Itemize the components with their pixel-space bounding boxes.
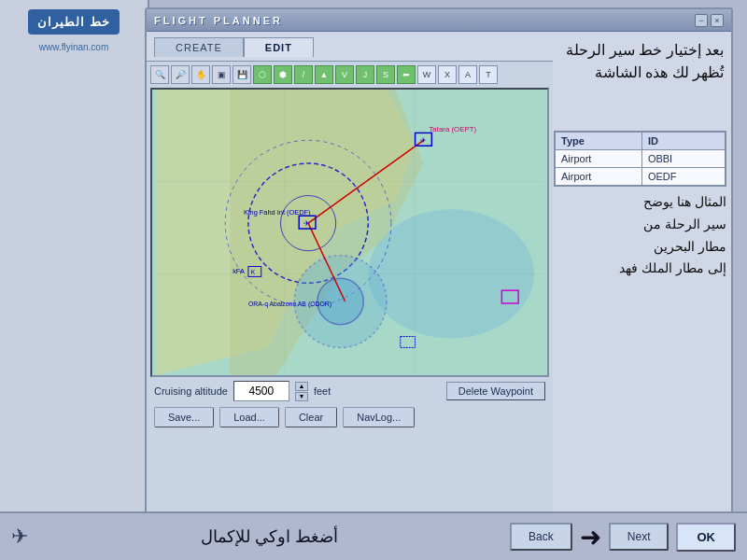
- logo-sub: www.flyinan.com: [39, 42, 108, 52]
- save-button[interactable]: Save...: [154, 407, 214, 427]
- logo-sidebar: خط الطيران www.flyinan.com: [0, 0, 149, 560]
- navlog-button[interactable]: NavLog...: [343, 407, 415, 427]
- back-button[interactable]: Back: [510, 523, 572, 551]
- svg-text:✈: ✈: [303, 219, 310, 228]
- arabic-desc-line2: سير الرحلة من: [554, 214, 726, 236]
- info-table: Type ID Airport OBBI Airport OEDF: [554, 131, 726, 187]
- arrow-icon: ➜: [580, 522, 601, 553]
- clear-button[interactable]: Clear: [285, 407, 337, 427]
- action-row: Save... Load... Clear NavLog...: [154, 407, 545, 427]
- tool-green8[interactable]: ⬅: [397, 65, 416, 84]
- next-button[interactable]: Next: [609, 523, 669, 551]
- toolbar: 🔍 🔎 ✋ ▣ 💾 ⬡ ⬢ / ▲ V J S ⬅ W X A T: [150, 65, 549, 84]
- altitude-spinners: ▲ ▼: [295, 382, 308, 401]
- tool-green6[interactable]: J: [356, 65, 374, 84]
- logo-box: خط الطيران: [28, 9, 120, 35]
- arabic-header: بعد إختيار خط سير الرحلة تُظهر لك هذه ال…: [557, 39, 724, 84]
- save-map-btn[interactable]: 💾: [233, 65, 251, 84]
- load-button[interactable]: Load...: [219, 407, 279, 427]
- window-title: FLIGHT PLANNER: [154, 15, 283, 26]
- title-bar: FLIGHT PLANNER − ×: [147, 9, 731, 32]
- tool-green7[interactable]: S: [376, 65, 395, 84]
- altitude-up[interactable]: ▲: [295, 382, 308, 391]
- altitude-label: Cruising altitude: [154, 385, 228, 397]
- tool-a[interactable]: A: [458, 65, 477, 84]
- row2-id: OEDF: [641, 168, 725, 186]
- altitude-input[interactable]: [233, 381, 289, 401]
- ok-button[interactable]: OK: [676, 523, 736, 552]
- svg-text:ORA-q Abalzone AB (ODOR): ORA-q Abalzone AB (ODOR): [248, 301, 331, 308]
- map-area[interactable]: ✈ ✈ K Tatara (OEPT) King Fahd Int (OEDF)…: [150, 88, 549, 377]
- altitude-down[interactable]: ▼: [295, 392, 308, 401]
- close-button[interactable]: ×: [711, 14, 724, 27]
- logo-arabic: خط الطيران: [37, 15, 110, 29]
- col-id: ID: [641, 133, 725, 150]
- tool-t[interactable]: T: [479, 65, 498, 84]
- main-window: FLIGHT PLANNER − × بعد إختيار خط سير الر…: [145, 7, 733, 521]
- arabic-line2: تُظهر لك هذه الشاشة: [557, 62, 724, 84]
- table-row: Airport OBBI: [556, 150, 726, 168]
- altitude-row: Cruising altitude ▲ ▼ feet Delete Waypoi…: [154, 381, 545, 401]
- col-type: Type: [556, 133, 642, 150]
- arabic-desc-panel: المثال هنا يوضح سير الرحلة من مطار البحر…: [554, 191, 726, 280]
- tab-edit[interactable]: EDIT: [244, 37, 314, 57]
- tool-x[interactable]: X: [438, 65, 457, 84]
- arabic-desc-line4: إلى مطار الملك فهد: [554, 258, 726, 280]
- altitude-unit: feet: [314, 385, 331, 397]
- table-row: Airport OEDF: [556, 168, 726, 186]
- tool-green5[interactable]: V: [335, 65, 354, 84]
- svg-text:Tatara (OEPT): Tatara (OEPT): [429, 125, 476, 133]
- tab-bar: CREATE EDIT: [147, 32, 553, 57]
- tab-create[interactable]: CREATE: [154, 37, 244, 57]
- tool-w[interactable]: W: [417, 65, 436, 84]
- minimize-button[interactable]: −: [695, 14, 708, 27]
- window-controls: − ×: [695, 14, 724, 27]
- bottom-bar: ✈ أضغط اوكي للإكمال Back ➜ Next OK: [0, 511, 747, 560]
- content-area: 🔍 🔎 ✋ ▣ 💾 ⬡ ⬢ / ▲ V J S ⬅ W X A T: [147, 61, 553, 519]
- arabic-line1: بعد إختيار خط سير الرحلة: [557, 39, 724, 62]
- svg-text:kFA: kFA: [233, 267, 245, 275]
- row1-type: Airport: [556, 150, 642, 168]
- arabic-desc-line1: المثال هنا يوضح: [554, 191, 726, 214]
- tool-green3[interactable]: /: [294, 65, 313, 84]
- bottom-controls: Cruising altitude ▲ ▼ feet Delete Waypoi…: [150, 377, 549, 427]
- svg-text:K: K: [251, 269, 256, 275]
- row1-id: OBBI: [641, 150, 725, 168]
- zoom-in-btn[interactable]: 🔍: [150, 65, 169, 84]
- zoom-out-btn[interactable]: 🔎: [171, 65, 190, 84]
- svg-text:✈: ✈: [420, 136, 427, 145]
- bottom-icon: ✈: [11, 525, 28, 549]
- map-btn[interactable]: ▣: [212, 65, 231, 84]
- arabic-header-panel: بعد إختيار خط سير الرحلة تُظهر لك هذه ال…: [549, 32, 731, 101]
- row2-type: Airport: [556, 168, 642, 186]
- tool-green4[interactable]: ▲: [315, 65, 333, 84]
- tool-green2[interactable]: ⬢: [274, 65, 292, 84]
- pan-btn[interactable]: ✋: [191, 65, 210, 84]
- bottom-arabic-text: أضغط اوكي للإكمال: [201, 526, 338, 547]
- tool-green1[interactable]: ⬡: [253, 65, 272, 84]
- delete-waypoint-button[interactable]: Delete Waypoint: [446, 382, 545, 400]
- svg-text:King Fahd Int (OEDF): King Fahd Int (OEDF): [244, 208, 310, 217]
- arabic-desc-line3: مطار البحرين: [554, 236, 726, 259]
- bottom-controls-right: Back ➜ Next OK: [510, 522, 736, 553]
